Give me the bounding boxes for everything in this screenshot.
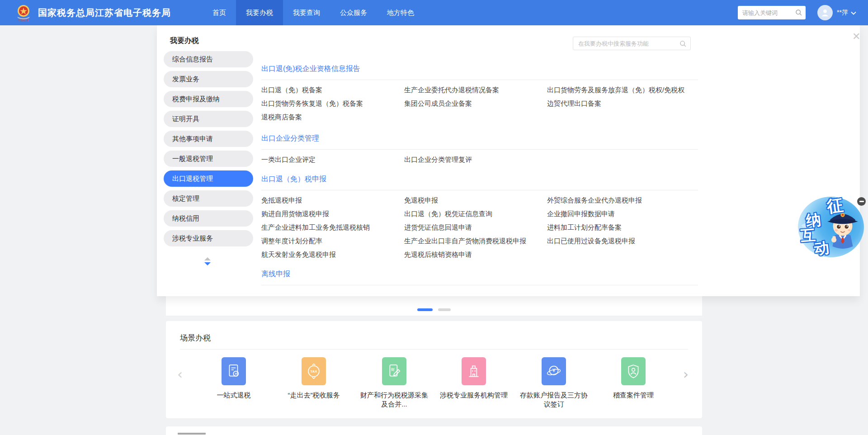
- site-title: 国家税务总局江苏省电子税务局: [38, 7, 171, 19]
- section-export-refund-declaration: 出口退（免）税申报 免抵退税申报 免退税申报 外贸综合服务企业代办退税申报 购进…: [261, 175, 698, 258]
- menu-link[interactable]: 购进自用货物退税申报: [261, 210, 404, 218]
- sidebar-item-tax-pro-service[interactable]: 涉税专业服务: [164, 230, 253, 246]
- carousel-prev-button[interactable]: ‹: [177, 366, 183, 382]
- user-avatar[interactable]: [817, 5, 833, 20]
- svg-text:TAX: TAX: [310, 369, 317, 374]
- menu-link[interactable]: 调整年度计划分配率: [261, 237, 404, 245]
- globe-tax-icon: TAX: [302, 357, 326, 385]
- section-title: 出口退（免）税申报: [261, 175, 698, 184]
- scene-item[interactable]: TAX “走出去”税收服务: [278, 357, 350, 400]
- scene-item[interactable]: 涉税专业服务机构管理: [438, 357, 510, 400]
- chevron-down-icon[interactable]: [851, 9, 856, 17]
- carousel-dots: [166, 308, 702, 311]
- menu-link[interactable]: 外贸综合服务企业代办退税申报: [547, 197, 698, 204]
- svg-text:¥: ¥: [235, 372, 237, 376]
- doc-edit-icon: 财: [382, 357, 406, 385]
- scene-item[interactable]: ¥ 存款账户报告及三方协议签订: [518, 357, 590, 409]
- menu-link[interactable]: 先退税后核销资格申请: [404, 251, 547, 258]
- scene-item[interactable]: 稽查案件管理: [597, 357, 670, 400]
- sidebar-title: 我要办税: [170, 36, 199, 46]
- coin-orbit-icon: ¥: [542, 357, 566, 385]
- nav-item-query[interactable]: 我要查询: [283, 0, 330, 25]
- sidebar-item-other-matters[interactable]: 其他事项申请: [164, 131, 253, 147]
- menu-link[interactable]: 生产企业委托代办退税情况备案: [404, 86, 547, 94]
- section-title: 出口企业分类管理: [261, 134, 698, 143]
- clipped-card-title: [178, 433, 206, 435]
- search-icon[interactable]: [795, 9, 802, 18]
- triangle-down-icon: [204, 262, 211, 265]
- scene-tax-card: 场景办税 ‹ › ¥ 一站式退税 TAX “走出去”税收服务: [166, 321, 702, 418]
- scene-item-label: 一站式退税: [198, 391, 270, 400]
- my-tax-mega-menu: 我要办税 综合信息报告 发票业务 税费申报及缴纳 证明开具 其他事项申请 一般退…: [157, 25, 860, 296]
- logo-caption: 中国税务: [18, 19, 29, 22]
- carousel-next-button[interactable]: ›: [683, 366, 689, 382]
- menu-link[interactable]: 边贸代理出口备案: [547, 100, 698, 107]
- sidebar-item-certificate-issue[interactable]: 证明开具: [164, 111, 253, 127]
- close-icon[interactable]: ✕: [852, 32, 860, 42]
- sidebar-item-comprehensive-info-report[interactable]: 综合信息报告: [164, 51, 253, 67]
- building-icon: [462, 357, 486, 385]
- sidebar-item-tax-credit[interactable]: 纳税信用: [164, 210, 253, 227]
- svg-text:财: 财: [391, 367, 395, 372]
- minimize-widget-button[interactable]: [857, 197, 866, 206]
- section-export-enterprise-classification: 出口企业分类管理 一类出口企业评定 出口企业分类管理复评: [261, 134, 698, 163]
- tax-emblem-logo: 中国税务: [15, 4, 32, 22]
- search-icon[interactable]: [679, 40, 687, 49]
- mega-menu-search: [573, 37, 691, 50]
- sidebar-scroll-toggle[interactable]: [202, 257, 213, 265]
- menu-link[interactable]: 一类出口企业评定: [261, 156, 404, 163]
- nav-item-my-tax[interactable]: 我要办税: [236, 0, 283, 25]
- section-title: 离线申报: [261, 270, 698, 279]
- scene-item-label: 涉税专业服务机构管理: [438, 391, 510, 400]
- nav-item-home[interactable]: 首页: [203, 0, 236, 25]
- refund-doc-icon: ¥: [222, 357, 246, 385]
- scene-item-label: 财产和行为税税源采集及合并...: [358, 391, 430, 409]
- scene-item-label: 存款账户报告及三方协议签订: [518, 391, 590, 409]
- scene-item[interactable]: 财 财产和行为税税源采集及合并...: [358, 357, 430, 409]
- shield-person-icon: [621, 357, 646, 385]
- svg-text:¥: ¥: [552, 368, 555, 373]
- menu-link[interactable]: 生产企业出口非自产货物消费税退税申报: [404, 237, 547, 245]
- triangle-up-icon: [204, 257, 211, 260]
- next-section-card-partial: [166, 426, 702, 435]
- menu-link[interactable]: 企业撤回申报数据申请: [547, 210, 698, 218]
- main-nav: 首页 我要办税 我要查询 公众服务 地方特色: [203, 0, 424, 25]
- menu-link[interactable]: 退税商店备案: [261, 113, 404, 121]
- scene-item-label: “走出去”税收服务: [278, 391, 350, 400]
- menu-link[interactable]: 集团公司成员企业备案: [404, 100, 547, 107]
- tax-interaction-float-widget[interactable]: 征 纳 互 动: [797, 195, 868, 259]
- sidebar-item-general-refund[interactable]: 一般退税管理: [164, 151, 253, 167]
- sidebar-item-tax-declare-pay[interactable]: 税费申报及缴纳: [164, 91, 253, 107]
- float-char-na: 纳: [805, 212, 821, 228]
- menu-link[interactable]: 免抵退税申报: [261, 197, 404, 204]
- carousel-dot-1[interactable]: [417, 308, 433, 311]
- scene-item-label: 稽查案件管理: [597, 391, 670, 400]
- sidebar-item-assessment-mgmt[interactable]: 核定管理: [164, 190, 253, 207]
- nav-item-public-service[interactable]: 公众服务: [330, 0, 377, 25]
- navbar-search: [738, 6, 806, 19]
- scene-card-title: 场景办税: [180, 333, 211, 343]
- carousel-dot-2[interactable]: [438, 308, 451, 311]
- menu-link[interactable]: 出口退（免）税备案: [261, 86, 404, 94]
- menu-link[interactable]: 出口货物劳务恢复退（免）税备案: [261, 100, 404, 107]
- scene-item[interactable]: ¥ 一站式退税: [198, 357, 270, 400]
- user-name[interactable]: **萍: [837, 9, 848, 17]
- sidebar-item-invoice-business[interactable]: 发票业务: [164, 71, 253, 87]
- menu-link[interactable]: 出口退（免）税凭证信息查询: [404, 210, 547, 218]
- menu-link[interactable]: 进货凭证信息回退申请: [404, 224, 547, 231]
- tax-officer-mascot: [822, 205, 863, 254]
- sidebar-item-export-refund[interactable]: 出口退税管理: [164, 170, 253, 187]
- menu-link[interactable]: 航天发射业务免退税申报: [261, 251, 404, 258]
- top-navbar: 中国税务 国家税务总局江苏省电子税务局 首页 我要办税 我要查询 公众服务 地方…: [0, 0, 868, 25]
- section-offline-declaration: 离线申报: [261, 270, 698, 285]
- mega-menu-search-input[interactable]: [573, 37, 690, 50]
- nav-item-local-feature[interactable]: 地方特色: [377, 0, 424, 25]
- menu-link[interactable]: 免退税申报: [404, 197, 547, 204]
- menu-link[interactable]: 出口企业分类管理复评: [404, 156, 547, 163]
- menu-link[interactable]: 进料加工计划分配率备案: [547, 224, 698, 231]
- menu-link[interactable]: 生产企业进料加工业务免抵退税核销: [261, 224, 404, 231]
- section-export-refund-qualification: 出口退(免)税企业资格信息报告 出口退（免）税备案 生产企业委托代办退税情况备案…: [261, 64, 698, 121]
- menu-link[interactable]: 出口货物劳务及服务放弃退（免）税权/免税权: [547, 86, 698, 94]
- menu-link[interactable]: 出口已使用过设备免退税申报: [547, 237, 698, 245]
- brand: 中国税务 国家税务总局江苏省电子税务局: [15, 4, 171, 22]
